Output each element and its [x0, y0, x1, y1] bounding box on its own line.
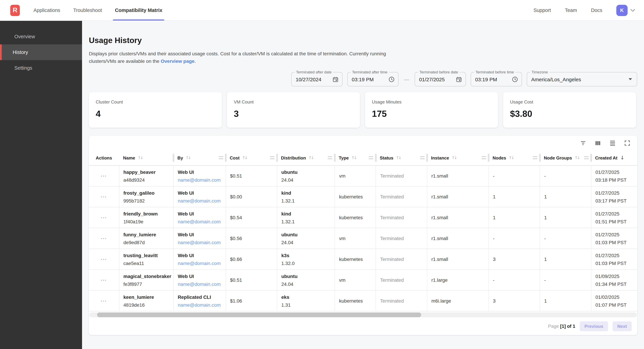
nav-link-team[interactable]: Team [565, 7, 577, 13]
drag-handle-icon[interactable] [270, 156, 274, 159]
clock-icon[interactable] [388, 76, 395, 82]
column-divider[interactable] [375, 154, 376, 162]
actions-cell [89, 270, 119, 290]
row-actions-ellipsis-icon[interactable] [101, 237, 107, 240]
drag-handle-icon[interactable] [584, 156, 588, 159]
type-value: vm [339, 277, 376, 283]
column-divider[interactable] [590, 154, 592, 162]
terminated-after-date-field[interactable]: Terminated after date 10/27/2024 [291, 72, 342, 86]
created-by-email-link[interactable]: name@domain.com [178, 281, 226, 287]
sidebar-item-settings[interactable]: Settings [0, 60, 82, 76]
cluster-id: a48d9324 [124, 177, 173, 183]
row-actions-ellipsis-icon[interactable] [101, 299, 107, 303]
nav-link-support[interactable]: Support [534, 7, 551, 13]
node-groups-count: - [544, 277, 591, 283]
type-cell: kubernetes [335, 291, 376, 311]
show-hide-columns-icon[interactable] [594, 139, 601, 146]
column-header-by[interactable]: By↑↓ [173, 150, 226, 165]
sort-icon[interactable]: ↑↓ [138, 155, 144, 160]
node-groups-cell: 1 [540, 186, 591, 207]
drag-handle-icon[interactable] [533, 156, 537, 159]
cluster-name: keen_lumiere [124, 294, 173, 300]
sidebar-item-overview[interactable]: Overview [0, 29, 82, 44]
status-cell: Terminated [376, 186, 427, 207]
tab-troubleshoot[interactable]: Troubleshoot [73, 0, 102, 20]
calendar-icon[interactable] [332, 76, 339, 82]
drag-handle-icon[interactable] [219, 156, 223, 159]
terminated-before-date-field[interactable]: Terminated before date 01/27/2025 [415, 72, 466, 86]
fullscreen-icon[interactable] [624, 139, 631, 146]
created-by-email-link[interactable]: name@domain.com [178, 260, 226, 266]
sidebar-item-history[interactable]: History [0, 44, 82, 60]
sort-icon[interactable]: ↑↓ [508, 155, 514, 160]
clock-icon[interactable] [512, 76, 518, 82]
terminated-after-time-field[interactable]: Terminated after time 03:19 PM [347, 72, 398, 86]
description-period: . [194, 58, 196, 64]
replicated-logo[interactable]: R [10, 4, 20, 16]
previous-page-button[interactable]: Previous [580, 321, 608, 331]
column-header-node-groups[interactable]: Node Groups↑↓ [540, 150, 591, 165]
overview-page-link[interactable]: Overview page [161, 58, 194, 64]
created-by-email-link[interactable]: name@domain.com [178, 177, 226, 183]
density-toggle-icon[interactable] [609, 139, 616, 146]
created-by-email-link[interactable]: name@domain.com [178, 198, 226, 203]
terminated-before-time-field[interactable]: Terminated before time 03:19 PM [471, 72, 522, 86]
sort-icon[interactable]: ↑↓ [242, 155, 248, 160]
row-actions-ellipsis-icon[interactable] [101, 174, 107, 178]
sort-icon[interactable]: ↑↓ [351, 155, 357, 160]
column-divider[interactable] [334, 154, 336, 162]
nav-link-docs[interactable]: Docs [591, 7, 602, 13]
column-divider[interactable] [426, 154, 428, 162]
sort-icon[interactable]: ↑↓ [574, 155, 580, 160]
nodes-count: - [493, 236, 540, 241]
column-header-distribution[interactable]: Distribution↑↓ [277, 150, 335, 165]
status-badge: Terminated [380, 298, 427, 304]
drag-handle-icon[interactable] [328, 156, 332, 159]
drag-handle-icon[interactable] [369, 156, 373, 159]
row-actions-ellipsis-icon[interactable] [101, 216, 107, 219]
column-header-created-at[interactable]: Created At↓ [591, 150, 637, 165]
column-label: Cost [230, 155, 240, 160]
type-value: kubernetes [339, 257, 376, 262]
stat-card-vm-count: VM Count 3 [227, 92, 360, 128]
filter-icon[interactable] [580, 139, 586, 146]
timezone-select[interactable]: Timezone America/Los_Angeles [527, 72, 637, 86]
column-header-nodes[interactable]: Nodes↑↓ [488, 150, 540, 165]
instance-cell: r1.small [427, 249, 488, 270]
sidebar: Overview History Settings [0, 21, 82, 349]
row-actions-ellipsis-icon[interactable] [101, 257, 107, 261]
column-divider[interactable] [225, 154, 226, 162]
tab-applications[interactable]: Applications [34, 0, 60, 20]
created-by-email-link[interactable]: name@domain.com [178, 240, 226, 245]
calendar-icon[interactable] [456, 76, 462, 82]
name-cell: keen_lumiere4819de16 [119, 291, 173, 311]
column-header-status[interactable]: Status↑↓ [376, 150, 427, 165]
cost-cell: $0.54 [226, 207, 277, 228]
column-header-instance[interactable]: Instance↑↓ [427, 150, 488, 165]
drag-handle-icon[interactable] [482, 156, 486, 159]
created-by-email-link[interactable]: name@domain.com [178, 219, 226, 224]
scrollbar-thumb[interactable] [97, 313, 421, 317]
column-header-cost[interactable]: Cost↑↓ [226, 150, 277, 165]
column-divider[interactable] [276, 154, 278, 162]
column-header-name[interactable]: Name↑↓ [119, 150, 173, 165]
sort-icon[interactable]: ↑↓ [186, 155, 191, 160]
distribution-name: ubuntu [281, 232, 335, 237]
column-divider[interactable] [488, 154, 489, 162]
instance-type: r1.large [432, 277, 488, 283]
row-actions-ellipsis-icon[interactable] [101, 195, 107, 199]
sort-icon[interactable]: ↑↓ [396, 155, 402, 160]
column-divider[interactable] [539, 154, 540, 162]
sort-icon[interactable]: ↑↓ [452, 155, 457, 160]
created-by-email-link[interactable]: name@domain.com [178, 302, 226, 308]
column-header-type[interactable]: Type↑↓ [335, 150, 376, 165]
stat-label: Usage Cost [510, 99, 629, 104]
sort-desc-icon[interactable]: ↓ [620, 155, 624, 161]
column-divider[interactable] [172, 154, 174, 162]
sort-icon[interactable]: ↑↓ [308, 155, 314, 160]
tab-compatibility-matrix[interactable]: Compatibility Matrix [115, 0, 162, 20]
next-page-button[interactable]: Next [612, 321, 632, 331]
row-actions-ellipsis-icon[interactable] [101, 278, 107, 282]
drag-handle-icon[interactable] [420, 156, 424, 159]
user-menu[interactable]: K [616, 4, 635, 16]
